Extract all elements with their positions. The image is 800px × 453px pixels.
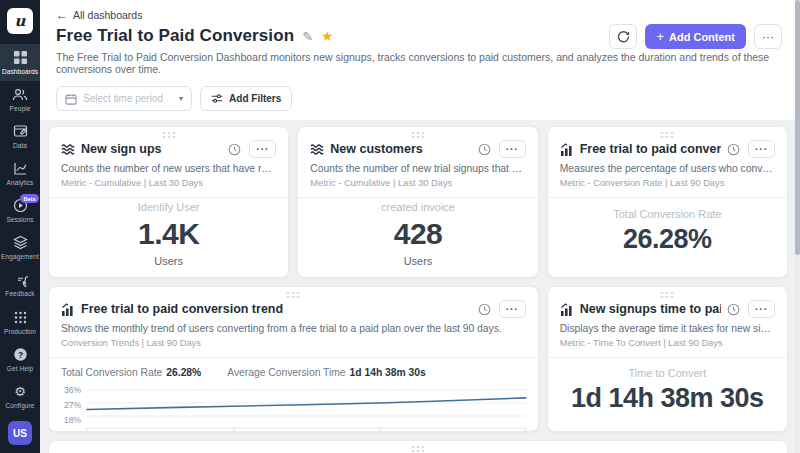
sidebar-item-get-help[interactable]: ? Get Help [0,341,40,378]
stat-value: 1d 14h 38m 30s [350,367,426,378]
card-time-to-conversion: New signups time to paid conversion ··· … [547,286,788,432]
card-more-button[interactable]: ··· [499,140,526,158]
sidebar-item-label: Dashboards [2,68,38,75]
data-icon [12,123,28,139]
conversion-chart-icon [61,303,75,316]
calendar-icon [65,93,77,105]
metric-unit: Users [404,255,433,267]
clock-icon [478,303,491,316]
analytics-icon [12,160,28,176]
sidebar-item-feedback[interactable]: Feedback [0,266,40,303]
add-filters-button[interactable]: Add Filters [200,86,292,111]
help-icon: ? [12,346,28,362]
stat-label: Total Conversion Rate [61,367,162,378]
sidebar-item-people[interactable]: People [0,81,40,118]
metric-label: Identify User [138,201,200,213]
card-description: Counts the number of new users that have… [61,163,276,174]
page-description: The Free Trial to Paid Conversion Dashbo… [56,51,784,75]
line-chart-svg [85,384,528,432]
card-more-button[interactable]: ··· [748,300,775,318]
drag-handle[interactable] [286,291,301,299]
card-title: New customers [330,142,471,156]
metric-waves-icon [61,143,75,156]
card-description: Measures the percentage of users who con… [560,163,775,174]
page-header: ← All dashboards Free Trial to Paid Conv… [40,0,800,81]
metric-value: 1d 14h 38m 30s [571,383,764,414]
stat-label: Average Conversion Time [227,367,345,378]
time-period-select[interactable]: Select time period ▾ [56,86,192,111]
app-logo[interactable]: u [7,8,33,34]
edit-title-icon[interactable]: ✎ [302,29,313,44]
page-scrollbar [795,0,800,453]
y-tick: 27% [59,400,81,410]
card-more-button[interactable]: ··· [249,140,276,158]
back-arrow-icon: ← [56,8,68,22]
sidebar-item-production[interactable]: Production [0,304,40,341]
add-content-button[interactable]: + Add Content [645,24,746,49]
card-title: Free trial to paid conversion trend [81,302,472,316]
sidebar-item-analytics[interactable]: Analytics [0,155,40,192]
drag-handle[interactable] [410,131,425,139]
feedback-icon [12,271,28,287]
sidebar-item-label: Engagement [1,253,39,260]
sidebar-item-label: Get Help [7,365,33,372]
card-meta: Metric - Cumulative | Last 30 Days [61,178,276,188]
gear-icon: ⚙ [12,383,28,399]
sidebar: u Dashboards People Data Analytics Beta … [0,0,40,453]
sidebar-item-label: Production [4,328,36,335]
filter-sliders-icon [211,93,223,104]
clock-icon [727,303,740,316]
chevron-down-icon: ▾ [179,94,183,103]
gear-glyph: ⚙ [14,384,26,399]
plot-area [85,384,528,432]
page-title: Free Trial to Paid Conversion [56,26,294,46]
drag-handle[interactable] [410,445,425,453]
drag-handle[interactable] [660,131,675,139]
y-tick: 18% [59,415,81,425]
favorite-star-icon[interactable]: ★ [321,28,334,44]
user-avatar[interactable]: US [8,421,32,445]
card-new-customers: New customers ··· Counts the number of n… [297,126,538,278]
card-title: Free trial to paid conversion [580,142,721,156]
card-more-button[interactable]: ··· [748,140,775,158]
drag-handle[interactable] [161,131,176,139]
drag-handle[interactable] [660,291,675,299]
card-more-button[interactable]: ··· [499,300,526,318]
add-content-label: Add Content [669,31,735,43]
clock-icon [727,143,740,156]
card-conversion-trend: Free trial to paid conversion trend ··· … [48,286,539,432]
metric-value: 1.4K [138,217,199,251]
sidebar-item-sessions[interactable]: Beta Sessions [0,192,40,229]
avatar-initials: US [13,428,27,439]
back-link[interactable]: ← All dashboards [56,8,142,22]
stat-value: 26.28% [166,367,201,378]
dashboard-grid: New sign ups ··· Counts the number of ne… [40,120,800,453]
metric-label: created invoice [381,201,455,213]
metric-value: 26.28% [623,224,712,255]
card-title: New signups time to paid conversion [580,302,721,316]
sidebar-item-data[interactable]: Data [0,118,40,155]
card-meta: Metric - Conversion Rate | Last 90 Days [560,178,775,188]
sidebar-item-label: Configure [5,402,34,409]
y-tick: 36% [59,385,81,395]
trend-line [87,398,526,410]
main-area: ← All dashboards Free Trial to Paid Conv… [40,0,800,453]
clock-icon [478,143,491,156]
header-more-button[interactable]: ··· [754,24,782,49]
sidebar-item-label: Data [13,142,27,149]
dashboards-icon [12,49,28,65]
refresh-button[interactable] [609,24,637,49]
sidebar-item-label: Sessions [6,216,33,223]
sidebar-item-dashboards[interactable]: Dashboards [0,44,40,81]
card-time-to-conversion-trend: New signups time to paid conversion tren… [48,440,788,453]
people-icon [12,86,28,102]
logo-letter: u [15,12,26,30]
sidebar-item-engagement[interactable]: Engagement [0,229,40,266]
add-filters-label: Add Filters [229,93,281,104]
conversion-chart-icon [560,303,574,316]
sidebar-item-configure[interactable]: ⚙ Configure [0,378,40,415]
apps-grid-icon [12,309,28,325]
scrollbar-thumb[interactable] [795,0,800,255]
sidebar-item-label: People [10,105,31,112]
help-question-glyph: ? [17,349,22,359]
